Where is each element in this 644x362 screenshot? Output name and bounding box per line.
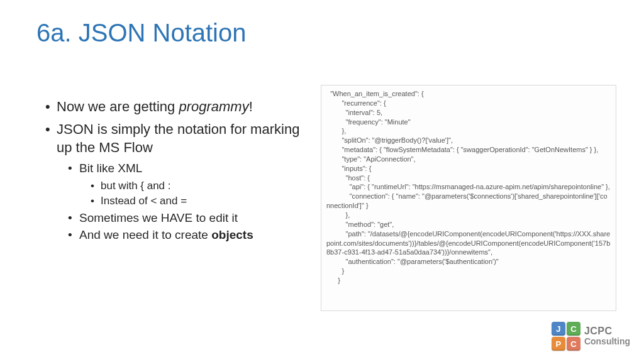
logo-line-2: Consulting xyxy=(584,337,630,346)
bullet-1-text-a: Now we are getting xyxy=(57,99,179,114)
bullet-2-3-bold: objects xyxy=(211,228,253,241)
logo-tile-c2: C xyxy=(567,337,580,351)
bullet-2-1-1: but with { and : xyxy=(91,178,309,194)
bullet-2: JSON is simply the notation for marking … xyxy=(45,120,309,244)
code-sample: "When_an_item_is_created": { "recurrence… xyxy=(321,85,616,311)
bullet-1-text-b: ! xyxy=(249,99,253,114)
company-logo: J C P C JCPC Consulting xyxy=(552,322,630,351)
logo-tiles: J C P C xyxy=(552,322,580,351)
logo-tile-p: P xyxy=(552,337,565,351)
logo-line-1: JCPC xyxy=(584,326,630,337)
slide-title: 6a. JSON Notation xyxy=(36,19,247,47)
bullet-2-3-text-a: And we need it to create xyxy=(79,228,211,241)
bullet-2-1-2: Instead of < and = xyxy=(91,194,309,209)
bullet-2-1: Bit like XML but with { and : Instead of… xyxy=(68,160,309,209)
bullet-2-text: JSON is simply the notation for marking … xyxy=(57,121,299,156)
logo-text: JCPC Consulting xyxy=(584,326,630,346)
bullet-2-3: And we need it to create objects xyxy=(68,226,309,244)
logo-tile-j: J xyxy=(552,322,565,336)
logo-tile-c: C xyxy=(567,322,580,336)
body-content: Now we are getting programmy! JSON is si… xyxy=(45,97,309,248)
bullet-2-2: Sometimes we HAVE to edit it xyxy=(68,209,309,227)
slide: 6a. JSON Notation Now we are getting pro… xyxy=(0,0,644,362)
bullet-2-1-text: Bit like XML xyxy=(79,162,142,175)
bullet-1: Now we are getting programmy! xyxy=(45,97,309,116)
bullet-1-emph: programmy xyxy=(179,99,248,114)
